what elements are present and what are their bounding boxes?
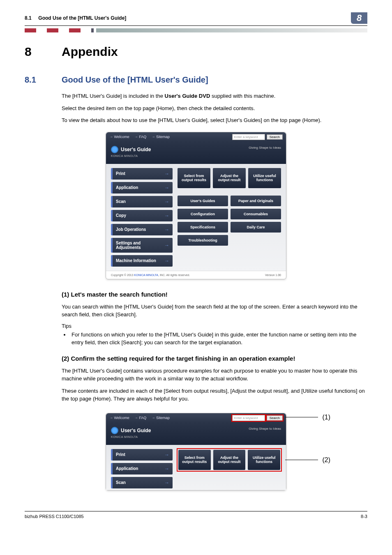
tile-specs[interactable]: Specifications	[178, 222, 228, 233]
intro-p2: Select the desired item on the top page …	[62, 104, 367, 113]
header-section-title: Good Use of the [HTML User's Guide]	[38, 15, 126, 21]
brand-text: KONICA MINOLTA	[111, 154, 281, 157]
ss-topbar: → Welcome → FAQ → Sitemap Enter a keywor…	[106, 132, 286, 142]
logo-icon	[111, 146, 118, 153]
screenshot-partial: → Welcome → FAQ → Sitemap Enter a keywor…	[106, 413, 286, 491]
tile-select-from-hl[interactable]: Select from output results	[178, 450, 211, 470]
ss-left-nav-2: Print→ Application→ Scan→	[111, 449, 173, 488]
callout-1: (1)	[322, 414, 330, 421]
tile-troubleshoot[interactable]: Troubleshooting	[178, 235, 228, 246]
tile-select-from[interactable]: Select from output results	[178, 168, 210, 189]
chevron-right-icon: →	[164, 242, 169, 248]
chevron-right-icon: →	[164, 185, 169, 191]
sub2-p2: These contents are included in each of t…	[62, 387, 367, 403]
ss-topbar-2: → Welcome → FAQ → Sitemap Enter a keywor…	[106, 413, 286, 423]
brand-text: KONICA MINOLTA	[111, 435, 281, 438]
version: Version 1.00	[265, 274, 281, 276]
chevron-right-icon: →	[164, 199, 169, 205]
decorative-color-bar	[25, 28, 367, 32]
screenshot-full: → Welcome → FAQ → Sitemap Enter a keywor…	[106, 132, 286, 279]
sub1-title: (1) Let's master the search function!	[62, 291, 367, 298]
tagline: Giving Shape to Ideas	[249, 146, 281, 150]
ss-body-2: Print→ Application→ Scan→ Select from ou…	[106, 445, 286, 490]
search-button-highlighted[interactable]: Search	[267, 415, 283, 421]
chapter-badge: 8	[351, 12, 367, 24]
ss-body: Print→ Application→ Scan→ Copy→ Job Oper…	[106, 164, 286, 271]
nav-copy[interactable]: Copy→	[111, 210, 173, 221]
header-text: 8.1 Good Use of the [HTML User's Guide]	[25, 15, 351, 21]
tile-users-guides[interactable]: User's Guides	[178, 196, 228, 206]
search-button[interactable]: Search	[267, 134, 283, 140]
ss-right-panel-2: Select from output results Adjust the ou…	[178, 449, 281, 488]
intro-p1: The [HTML User's Guide] is included in t…	[62, 92, 367, 100]
section-title: 8.1 Good Use of the [HTML User's Guide]	[25, 75, 367, 85]
logo-icon	[111, 427, 118, 434]
copyright-link[interactable]: KONICA MINOLTA	[134, 274, 158, 276]
nav-print[interactable]: Print→	[111, 168, 173, 180]
nav-settings[interactable]: Settings and Adjustments→	[111, 238, 173, 253]
section-num: 8.1	[25, 75, 62, 85]
chevron-right-icon: →	[164, 466, 169, 472]
tile-adjust[interactable]: Adjust the output result	[213, 168, 246, 189]
nav-machine-info[interactable]: Machine Information→	[111, 255, 173, 267]
nav-application[interactable]: Application→	[111, 463, 173, 474]
nav-application[interactable]: Application→	[111, 182, 173, 193]
tile-paper[interactable]: Paper and Originals	[231, 196, 281, 206]
footer-right: 8-3	[361, 514, 367, 519]
sub1-p1: You can search within the [HTML User's G…	[62, 303, 367, 319]
tile-consumables[interactable]: Consumables	[231, 209, 281, 219]
tile-daily-care[interactable]: Daily Care	[231, 222, 281, 233]
callout-2: (2)	[322, 456, 330, 464]
nav-scan[interactable]: Scan→	[111, 477, 173, 488]
nav-faq[interactable]: → FAQ	[134, 416, 147, 420]
chevron-right-icon: →	[164, 227, 169, 233]
tips-label: Tips	[62, 323, 367, 329]
sub2-title: (2) Confirm the setting required for the…	[62, 355, 367, 362]
ss-header: Giving Shape to Ideas User's Guide KONIC…	[106, 142, 286, 164]
tagline: Giving Shape to Ideas	[249, 427, 281, 431]
footer-left: bizhub PRESS C1100/C1085	[25, 514, 84, 519]
tile-adjust-hl[interactable]: Adjust the output result	[213, 450, 246, 470]
chevron-right-icon: →	[164, 213, 169, 219]
nav-job-operations[interactable]: Job Operations→	[111, 224, 173, 235]
chevron-right-icon: →	[164, 171, 169, 177]
nav-welcome[interactable]: → Welcome	[109, 416, 129, 420]
chapter-num: 8	[25, 45, 62, 59]
ss-right-panel: Select from output results Adjust the ou…	[178, 168, 281, 267]
header-num: 8.1	[25, 15, 32, 21]
ss-left-nav: Print→ Application→ Scan→ Copy→ Job Oper…	[111, 168, 173, 267]
nav-welcome[interactable]: → Welcome	[109, 135, 129, 139]
nav-sitemap[interactable]: → Sitemap	[151, 135, 170, 139]
tile-utilize-hl[interactable]: Utilize useful functions	[248, 450, 280, 470]
tile-utilize[interactable]: Utilize useful functions	[248, 168, 281, 189]
logo-text: User's Guide	[121, 428, 151, 433]
screenshot-callout-wrap: → Welcome → FAQ → Sitemap Enter a keywor…	[25, 407, 367, 491]
search-input-highlighted[interactable]: Enter a keyword	[232, 415, 265, 421]
chapter-title: 8 Appendix	[25, 45, 367, 59]
tile-config[interactable]: Configuration	[178, 209, 228, 219]
tips-list: For functions on which you refer to the …	[70, 331, 367, 347]
nav-faq[interactable]: → FAQ	[134, 135, 147, 139]
copyright: Copyright © 2013 KONICA MINOLTA, INC. Al…	[111, 274, 190, 276]
page-header: 8.1 Good Use of the [HTML User's Guide] …	[25, 12, 367, 26]
callout-line-1	[285, 417, 318, 417]
tip-item: For functions on which you refer to the …	[70, 331, 367, 347]
nav-scan[interactable]: Scan→	[111, 196, 173, 207]
callout-line-2	[285, 460, 318, 460]
nav-sitemap[interactable]: → Sitemap	[151, 416, 170, 420]
section-name: Good Use of the [HTML User's Guide]	[62, 75, 208, 85]
logo-text: User's Guide	[121, 147, 151, 152]
ss-footer: Copyright © 2013 KONICA MINOLTA, INC. Al…	[106, 271, 286, 279]
chevron-right-icon: →	[164, 480, 169, 486]
ss-header-2: Giving Shape to Ideas User's Guide KONIC…	[106, 423, 286, 445]
nav-print[interactable]: Print→	[111, 449, 173, 461]
chapter-name: Appendix	[62, 45, 118, 59]
chevron-right-icon: →	[164, 452, 169, 458]
search-input[interactable]: Enter a keyword	[232, 134, 265, 140]
page-footer: bizhub PRESS C1100/C1085 8-3	[25, 511, 367, 519]
sub2-p1: The [HTML User's Guide] contains various…	[62, 367, 367, 383]
intro-p3: To view the details about how to use the…	[62, 116, 367, 124]
chevron-right-icon: →	[164, 258, 169, 264]
